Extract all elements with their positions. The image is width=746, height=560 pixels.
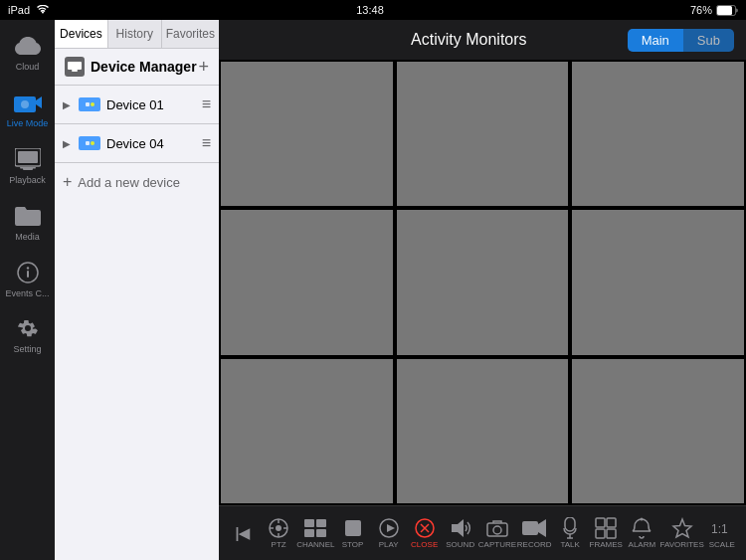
device-manager-title: Device Manager <box>65 57 197 77</box>
chevron-icon-2: ▶ <box>63 138 73 149</box>
channel-icon <box>301 517 329 539</box>
device-item-1[interactable]: ▶ Device 01 ≡ <box>55 86 219 124</box>
capture-label: CAPTURE <box>478 541 516 549</box>
sidebar-item-events[interactable]: Events C... <box>0 251 55 307</box>
svg-rect-37 <box>596 518 605 527</box>
main-container: Cloud Live Mode Playback <box>0 20 746 560</box>
record-label: RECORD <box>517 541 552 549</box>
alarm-button[interactable]: ALARM <box>624 517 659 549</box>
add-icon: + <box>63 173 72 191</box>
chevron-icon-1: ▶ <box>63 99 73 110</box>
svg-marker-29 <box>452 519 464 537</box>
frames-button[interactable]: FRAMES <box>588 517 624 549</box>
tab-history[interactable]: History <box>108 20 162 48</box>
device-menu-2[interactable]: ≡ <box>202 134 211 152</box>
camera-cell-9[interactable] <box>570 357 746 505</box>
channel-button[interactable]: CHANNEL <box>296 517 334 549</box>
content-area: Activity Monitors Main Sub |◀ <box>219 20 746 560</box>
cloud-label: Cloud <box>16 63 40 73</box>
stop-button[interactable]: STOP <box>335 517 371 549</box>
svg-point-31 <box>493 526 501 534</box>
device-manager-header: Device Manager + <box>55 49 219 86</box>
camera-cell-6[interactable] <box>570 208 746 356</box>
sidebar-item-playback[interactable]: Playback <box>0 137 55 194</box>
svg-marker-42 <box>673 519 691 537</box>
cam-icon-1 <box>79 97 100 111</box>
device-name-1: Device 01 <box>106 97 196 112</box>
svg-rect-11 <box>68 62 82 70</box>
talk-button[interactable]: TALK <box>552 517 588 549</box>
favorites-button[interactable]: FAVORITES <box>659 517 703 549</box>
dm-icon <box>65 57 85 77</box>
battery-icon <box>716 5 738 16</box>
cloud-icon <box>14 32 42 60</box>
svg-text:1:1: 1:1 <box>711 522 728 536</box>
svg-point-10 <box>26 267 28 269</box>
scale-button[interactable]: 1:1 SCALE <box>704 517 740 549</box>
record-icon <box>520 517 548 539</box>
sidebar-item-live-mode[interactable]: Live Mode <box>0 81 55 137</box>
main-sub-buttons: Main Sub <box>628 29 734 52</box>
sound-icon <box>447 517 474 539</box>
device-item-2[interactable]: ▶ Device 04 ≡ <box>55 124 219 163</box>
camera-cell-7[interactable] <box>219 357 395 505</box>
camera-cell-4[interactable] <box>219 208 395 356</box>
device-panel: Devices History Favorites Device Manager… <box>55 20 219 560</box>
sound-label: SOUND <box>446 541 474 549</box>
add-device-label: Add a new device <box>78 175 180 190</box>
sound-button[interactable]: SOUND <box>443 517 478 549</box>
activity-monitors-title: Activity Monitors <box>411 31 526 49</box>
scale-label: SCALE <box>709 541 735 549</box>
ptz-button[interactable]: PTZ <box>261 517 296 549</box>
svg-point-3 <box>21 100 29 108</box>
favorites-label: FAVORITES <box>659 541 703 549</box>
events-label: Events C... <box>5 289 49 299</box>
svg-rect-12 <box>72 70 78 72</box>
sidebar-item-cloud[interactable]: Cloud <box>0 24 55 81</box>
cam-icon-2 <box>79 136 100 150</box>
first-frame-button[interactable]: |◀ <box>225 522 261 544</box>
main-button[interactable]: Main <box>628 29 683 52</box>
svg-point-14 <box>276 525 281 531</box>
ptz-label: PTZ <box>272 541 286 549</box>
top-bar: Activity Monitors Main Sub <box>219 20 746 60</box>
svg-rect-34 <box>565 517 575 531</box>
close-button[interactable]: CLOSE <box>407 517 443 549</box>
camera-cell-2[interactable] <box>395 60 571 208</box>
alarm-label: ALARM <box>629 541 656 549</box>
svg-rect-7 <box>20 167 36 169</box>
tab-favorites[interactable]: Favorites <box>162 20 219 48</box>
svg-rect-21 <box>304 529 314 537</box>
svg-rect-20 <box>316 519 326 527</box>
channel-label: CHANNEL <box>296 541 334 549</box>
add-device-header-button[interactable]: + <box>198 58 209 76</box>
svg-rect-39 <box>596 529 605 538</box>
camera-cell-1[interactable] <box>219 60 395 208</box>
play-icon <box>375 517 403 539</box>
device-menu-1[interactable]: ≡ <box>202 95 211 113</box>
device-list: ▶ Device 01 ≡ ▶ <box>55 86 219 560</box>
time-display: 13:48 <box>356 4 384 16</box>
camera-grid <box>219 60 746 505</box>
camera-cell-3[interactable] <box>570 60 746 208</box>
alarm-icon <box>628 517 655 539</box>
status-left: iPad <box>8 4 50 16</box>
add-device-row[interactable]: + Add a new device <box>55 163 219 201</box>
camera-cell-5[interactable] <box>395 208 571 356</box>
folder-icon <box>14 202 42 230</box>
tab-devices[interactable]: Devices <box>55 20 108 48</box>
camera-cell-8[interactable] <box>395 357 571 505</box>
live-mode-label: Live Mode <box>7 119 49 129</box>
sidebar-item-setting[interactable]: Setting <box>0 306 55 363</box>
stop-icon <box>339 517 367 539</box>
capture-button[interactable]: CAPTURE <box>478 517 516 549</box>
first-frame-icon: |◀ <box>229 522 257 544</box>
play-button[interactable]: PLAY <box>371 517 407 549</box>
record-button[interactable]: RECORD <box>516 517 552 549</box>
sub-button[interactable]: Sub <box>683 29 734 52</box>
talk-label: TALK <box>560 541 579 549</box>
stop-label: STOP <box>342 541 364 549</box>
svg-rect-5 <box>18 151 38 163</box>
capture-icon <box>483 517 511 539</box>
sidebar-item-media[interactable]: Media <box>0 194 55 251</box>
